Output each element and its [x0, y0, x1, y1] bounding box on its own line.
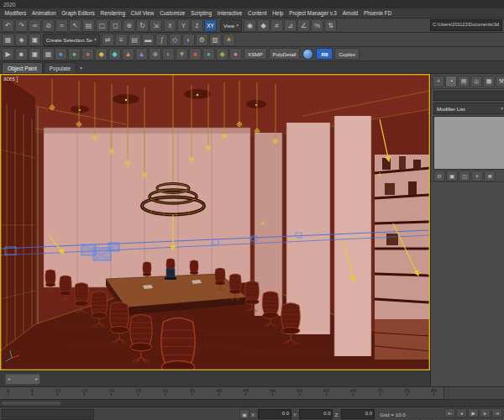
percent-snap-icon[interactable]: % — [311, 19, 323, 32]
modifier-list-dropdown[interactable]: Modifier List ▾ — [433, 102, 504, 114]
redo-icon[interactable]: ↷ — [15, 19, 28, 32]
material-editor-icon[interactable]: ◐ — [182, 34, 195, 46]
display-tab-icon[interactable]: ▦ — [483, 76, 495, 87]
maxscript-mini-listener[interactable] — [2, 407, 94, 420]
select-and-move-icon[interactable]: ⊕ — [123, 19, 135, 32]
selection-lock-icon[interactable]: ▣ — [239, 409, 249, 419]
menu-scripting[interactable]: Scripting — [188, 10, 215, 16]
snaps-toggle-icon[interactable]: ⊿ — [284, 19, 297, 32]
utilities-tab-icon[interactable]: ⚒ — [496, 76, 504, 87]
axis-constraint-xy[interactable]: XY — [204, 19, 217, 32]
undo-icon[interactable]: ↶ — [2, 19, 14, 32]
macro-sphere-yellow-icon[interactable]: ◆ — [95, 48, 108, 60]
play-button[interactable]: ▶ — [468, 408, 479, 417]
r8-badge[interactable]: R8 — [316, 48, 333, 60]
select-and-link-icon[interactable]: ∞ — [29, 19, 41, 32]
use-pivot-point-icon[interactable]: ◉ — [244, 19, 256, 32]
polydetail-button[interactable]: PolyDetail — [269, 48, 301, 60]
xsmp-button[interactable]: XSMP — [244, 48, 267, 60]
unlink-selection-icon[interactable]: ⊘ — [42, 19, 55, 32]
macro-teapot-red-icon[interactable]: ● — [81, 48, 94, 60]
x-coordinate-field[interactable]: 0.0 — [258, 409, 291, 419]
macro-cone-purple-icon[interactable]: ▲ — [135, 48, 148, 60]
render-setup-icon[interactable]: ⚙ — [196, 34, 208, 46]
modify-tab-icon[interactable]: ◔ — [445, 76, 457, 87]
create-tab-icon[interactable]: + — [433, 76, 444, 87]
isolate-selection-icon[interactable]: ◈ — [15, 34, 28, 46]
object-name-field[interactable] — [433, 91, 504, 101]
window-crossing-icon[interactable]: ◻ — [109, 19, 122, 32]
blue-orb-icon[interactable] — [302, 49, 313, 60]
viewport-shading-label[interactable]: aces ] — [3, 76, 18, 81]
track-bar-handle[interactable] — [2, 402, 60, 405]
show-end-result-icon[interactable]: ▣ — [446, 171, 458, 181]
spinner-snap-icon[interactable]: ⇅ — [324, 19, 337, 32]
select-and-rotate-icon[interactable]: ↻ — [136, 19, 149, 32]
grid-toggle-icon[interactable]: ▦ — [42, 48, 55, 60]
y-coordinate-field[interactable]: 0.0 — [299, 409, 333, 419]
configure-modifier-sets-icon[interactable]: ≣ — [484, 171, 496, 181]
rendered-frame-window-icon[interactable]: ▥ — [209, 34, 222, 46]
go-to-end-button[interactable]: ⇥ — [491, 408, 502, 417]
render-production-icon[interactable]: ☀ — [223, 34, 235, 46]
select-and-scale-icon[interactable]: ⇲ — [150, 19, 162, 32]
macro-teapot-blue-icon[interactable]: ● — [55, 48, 67, 60]
axis-constraint-z[interactable]: Z — [191, 19, 203, 32]
slider-left-arrow-icon[interactable]: ◂ — [8, 376, 10, 381]
menu-graph-editors[interactable]: Graph Editors — [59, 10, 97, 16]
select-and-manipulate-icon[interactable]: ◆ — [257, 19, 270, 32]
time-slider-handle[interactable]: ◂ ▸ — [5, 374, 40, 385]
layer-manager-icon[interactable]: ▤ — [129, 34, 141, 46]
go-to-start-button[interactable]: ⇤ — [444, 408, 455, 417]
menu-rendering[interactable]: Rendering — [97, 10, 128, 16]
track-bar[interactable] — [0, 399, 504, 407]
angle-snap-icon[interactable]: ∠ — [297, 19, 310, 32]
named-selection-set-dropdown[interactable]: Create Selection Se ▾ — [43, 34, 100, 46]
edit-named-selection-sets-icon[interactable]: ▦ — [2, 34, 14, 46]
tab-populate[interactable]: Populate — [44, 62, 76, 73]
align-icon[interactable]: ≡ — [115, 34, 128, 46]
menu-animation[interactable]: Animation — [29, 10, 59, 16]
menu-customize[interactable]: Customize — [157, 10, 188, 16]
menu-modifiers[interactable]: Modifiers — [2, 10, 29, 16]
slider-right-arrow-icon[interactable]: ▸ — [35, 376, 38, 381]
stop-animation-icon[interactable]: ■ — [15, 48, 28, 60]
select-by-name-icon[interactable]: ▤ — [82, 19, 95, 32]
menu-project-manager[interactable]: Project Manager v.3 — [286, 10, 340, 16]
tab-object-paint[interactable]: Object Paint — [2, 62, 43, 73]
motion-tab-icon[interactable]: ◎ — [470, 76, 482, 87]
play-animation-icon[interactable]: ▶ — [2, 48, 14, 60]
previous-frame-button[interactable]: ◂ — [456, 408, 467, 417]
bind-to-space-warp-icon[interactable]: ≈ — [55, 19, 68, 32]
lock-selection-icon[interactable]: ▣ — [29, 34, 41, 46]
hierarchy-tab-icon[interactable]: ▤ — [458, 76, 470, 87]
ribbon-toggle-icon[interactable]: ▬ — [142, 34, 155, 46]
snapshot-icon[interactable]: ▣ — [29, 48, 41, 60]
macro-tool-olive-icon[interactable]: ◆ — [216, 48, 228, 60]
schematic-view-icon[interactable]: ◇ — [169, 34, 181, 46]
menu-help[interactable]: Help — [270, 10, 286, 16]
pin-stack-icon[interactable]: ⊙ — [433, 171, 445, 181]
modifier-stack[interactable] — [433, 116, 504, 170]
menu-content[interactable]: Content — [245, 10, 270, 16]
macro-tool-blue2-icon[interactable]: ◐ — [162, 48, 175, 60]
macro-teapot-green-icon[interactable]: ● — [68, 48, 81, 60]
menu-phoenix-fd[interactable]: Phoenix FD — [361, 10, 395, 16]
axis-constraint-y[interactable]: Y — [177, 19, 190, 32]
time-slider[interactable]: ◂ ▸ — [0, 370, 430, 386]
remove-modifier-icon[interactable]: × — [471, 171, 483, 181]
macro-tool-teal-icon[interactable]: ● — [202, 48, 215, 60]
mirror-icon[interactable]: ⇄ — [102, 34, 114, 46]
timeline-ruler[interactable]: 0 5 10 15 20 25 30 35 — [0, 386, 504, 399]
macro-sphere-cyan-icon[interactable]: ◆ — [108, 48, 121, 60]
macro-tool-green2-icon[interactable]: ▼ — [176, 48, 188, 60]
viewport-canvas[interactable]: aces ] — [0, 74, 430, 370]
z-coordinate-field[interactable]: 0.0 — [341, 409, 375, 419]
next-frame-button[interactable]: ▸ — [480, 408, 491, 417]
macro-cone-orange-icon[interactable]: ▲ — [122, 48, 134, 60]
curve-editor-icon[interactable]: ∫ — [155, 34, 168, 46]
rectangular-selection-icon[interactable]: ▢ — [96, 19, 108, 32]
keyboard-override-icon[interactable]: # — [270, 19, 283, 32]
macro-tool-gray-icon[interactable]: ⊕ — [149, 48, 161, 60]
axis-constraint-x[interactable]: X — [164, 19, 176, 32]
